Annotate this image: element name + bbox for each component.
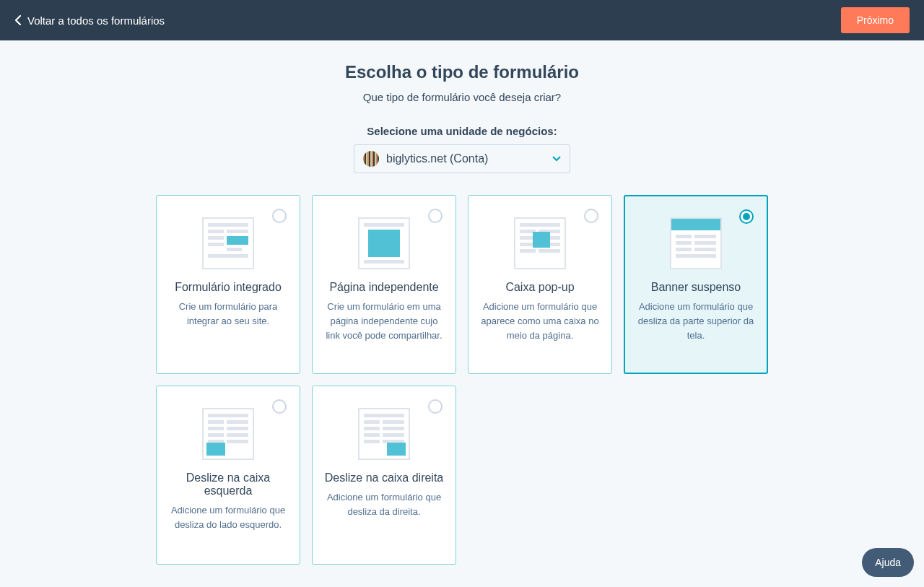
card-title: Caixa pop-up [505, 281, 574, 294]
illustration [668, 216, 723, 271]
card-title: Página independente [329, 281, 438, 294]
card-title: Deslize na caixa direita [325, 471, 444, 484]
caret-down-icon [552, 156, 561, 162]
card-title: Banner suspenso [651, 281, 741, 294]
radio-icon [584, 209, 598, 223]
card-slide-left[interactable]: Deslize na caixa esquerda Adicione um fo… [156, 386, 300, 565]
back-link[interactable]: Voltar a todos os formulários [14, 14, 165, 27]
page-title: Escolha o tipo de formulário [345, 62, 579, 82]
help-button[interactable]: Ajuda [862, 548, 914, 577]
business-unit-dropdown[interactable]: biglytics.net (Conta) [354, 144, 570, 173]
dropdown-selected: biglytics.net (Conta) [363, 151, 488, 167]
radio-icon [428, 209, 443, 223]
card-desc: Crie um formulário em uma página indepen… [323, 300, 445, 343]
radio-icon [739, 209, 754, 224]
card-desc: Crie um formulário para integrar ao seu … [167, 300, 289, 329]
card-title: Formulário integrado [175, 281, 282, 294]
illustration [357, 406, 411, 461]
card-popup-box[interactable]: Caixa pop-up Adicione um formulário que … [468, 195, 612, 374]
card-desc: Adicione um formulário que desliza do la… [167, 503, 289, 532]
radio-icon [272, 209, 287, 223]
dropdown-value: biglytics.net (Conta) [386, 152, 488, 165]
illustration [513, 216, 567, 271]
illustration [357, 216, 411, 271]
radio-icon [272, 399, 287, 414]
card-embedded-form[interactable]: Formulário integrado Crie um formulário … [156, 195, 300, 374]
main-content: Escolha o tipo de formulário Que tipo de… [0, 40, 924, 565]
account-logo-icon [363, 151, 379, 167]
back-link-label: Voltar a todos os formulários [27, 14, 165, 27]
form-type-cards: Formulário integrado Crie um formulário … [156, 195, 768, 565]
radio-icon [428, 399, 443, 414]
next-button[interactable]: Próximo [841, 7, 910, 33]
page-subtitle: Que tipo de formulário você deseja criar… [363, 91, 561, 103]
card-desc: Adicione um formulário que desliza da di… [323, 490, 445, 519]
card-title: Deslize na caixa esquerda [167, 471, 289, 497]
business-unit-label: Selecione uma unidade de negócios: [367, 125, 557, 137]
app-header: Voltar a todos os formulários Próximo [0, 0, 924, 40]
card-desc: Adicione um formulário que aparece como … [479, 300, 601, 343]
card-slide-right[interactable]: Deslize na caixa direita Adicione um for… [312, 386, 456, 565]
illustration [201, 216, 256, 271]
illustration [201, 406, 256, 461]
card-standalone-page[interactable]: Página independente Crie um formulário e… [312, 195, 456, 374]
card-dropdown-banner[interactable]: Banner suspenso Adicione um formulário q… [624, 195, 768, 374]
chevron-left-icon [14, 14, 22, 26]
card-desc: Adicione um formulário que desliza da pa… [635, 300, 757, 343]
